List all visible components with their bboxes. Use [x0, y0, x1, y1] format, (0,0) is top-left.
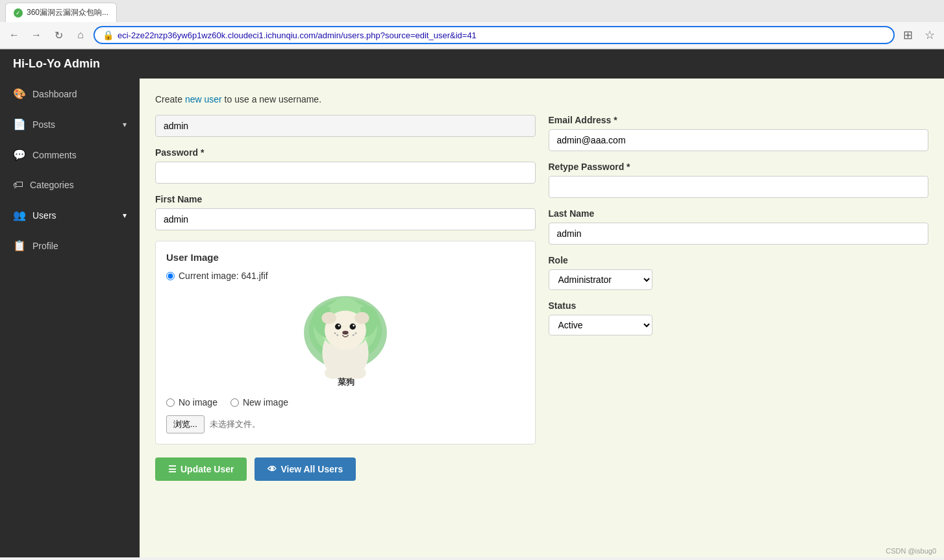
tab-bar: ✓ 360漏洞云漏洞众包响...	[0, 0, 944, 22]
current-image-text: Current image: 641.jfif	[179, 271, 268, 281]
svg-point-9	[321, 312, 336, 324]
edit-user-form: Password * First Name User Image Current	[155, 115, 928, 444]
svg-point-19	[353, 334, 354, 336]
email-field[interactable]	[549, 129, 929, 151]
svg-point-18	[354, 332, 356, 334]
right-column: Email Address * Retype Password * Last N…	[549, 115, 929, 444]
username-field[interactable]	[155, 115, 536, 137]
firstname-label: First Name	[155, 194, 536, 204]
new-image-radio[interactable]	[230, 398, 239, 407]
update-icon: ☰	[168, 464, 177, 474]
browser-tab[interactable]: ✓ 360漏洞云漏洞众包响...	[5, 3, 117, 22]
back-button[interactable]: ←	[5, 26, 23, 44]
comments-icon: 💬	[13, 149, 26, 161]
svg-point-10	[354, 312, 369, 324]
new-image-radio-label[interactable]: New image	[230, 397, 288, 408]
sidebar-item-users[interactable]: 👥 Users ▾	[0, 200, 140, 230]
svg-point-15	[342, 331, 348, 335]
users-arrow: ▾	[123, 211, 127, 220]
sidebar-item-profile[interactable]: 📋 Profile	[0, 230, 140, 261]
cabbage-dog-image: 菜狗	[297, 289, 394, 389]
retype-password-label: Retype Password *	[549, 162, 929, 172]
notice-text: Create new user to use a new username.	[155, 94, 928, 104]
new-image-text: New image	[243, 397, 288, 408]
role-select[interactable]: Administrator Editor Author Subscriber	[549, 269, 652, 290]
main-layout: 🎨 Dashboard 📄 Posts ▾ 💬 Comments 🏷 Categ…	[0, 79, 944, 557]
no-file-text: 未选择文件。	[210, 419, 260, 430]
retype-password-field[interactable]	[549, 176, 929, 198]
email-label: Email Address *	[549, 115, 929, 125]
no-image-radio[interactable]	[166, 398, 175, 407]
email-group: Email Address *	[549, 115, 929, 151]
reload-button[interactable]: ↻	[49, 26, 68, 44]
sidebar-item-dashboard[interactable]: 🎨 Dashboard	[0, 79, 140, 109]
categories-icon: 🏷	[13, 179, 23, 191]
svg-point-13	[338, 324, 340, 326]
posts-icon: 📄	[13, 118, 26, 130]
tab-label: 360漏洞云漏洞众包响...	[27, 7, 108, 18]
sidebar-item-label: Profile	[32, 241, 58, 251]
svg-point-11	[335, 324, 341, 330]
browse-button[interactable]: 浏览...	[166, 415, 205, 433]
sidebar-item-posts[interactable]: 📄 Posts ▾	[0, 109, 140, 140]
sidebar-item-label: Categories	[30, 180, 74, 190]
sidebar-item-comments[interactable]: 💬 Comments	[0, 140, 140, 170]
bookmark-button[interactable]: ☆	[921, 26, 939, 44]
new-user-link[interactable]: new user	[185, 94, 222, 104]
address-bar[interactable]	[118, 30, 886, 40]
status-select[interactable]: Active Inactive	[549, 315, 652, 335]
view-all-label: View All Users	[280, 464, 343, 474]
left-column: Password * First Name User Image Current	[155, 115, 536, 444]
password-label: Password *	[155, 147, 536, 158]
password-group: Password *	[155, 147, 536, 184]
eye-icon: 👁	[267, 464, 277, 474]
user-image-title: User Image	[166, 252, 525, 263]
current-image-radio-label[interactable]: Current image: 641.jfif	[166, 271, 525, 281]
sidebar-item-label: Dashboard	[32, 89, 77, 99]
image-preview: 菜狗	[166, 289, 525, 389]
status-label: Status	[549, 300, 929, 311]
tab-favicon: ✓	[14, 8, 23, 18]
sidebar-item-label: Posts	[32, 119, 55, 130]
sidebar: 🎨 Dashboard 📄 Posts ▾ 💬 Comments 🏷 Categ…	[0, 79, 140, 557]
content-area: Create new user to use a new username. P…	[140, 79, 944, 557]
home-button[interactable]: ⌂	[71, 26, 90, 44]
browser-toolbar: ← → ↻ ⌂ 🔒 ⊞ ☆	[0, 22, 944, 49]
browser-chrome: ✓ 360漏洞云漏洞众包响... ← → ↻ ⌂ 🔒 ⊞ ☆	[0, 0, 944, 49]
forward-button[interactable]: →	[27, 26, 45, 44]
lastname-label: Last Name	[549, 208, 929, 219]
button-row: ☰ Update User 👁 View All Users	[155, 457, 928, 481]
app-title: Hi-Lo-Yo Admin	[13, 57, 100, 70]
status-group: Status Active Inactive	[549, 300, 929, 335]
app-wrapper: Hi-Lo-Yo Admin 🎨 Dashboard 📄 Posts ▾ 💬 C…	[0, 49, 944, 557]
username-group	[155, 115, 536, 137]
watermark: CSDN @isbug0	[886, 547, 936, 555]
sidebar-item-categories[interactable]: 🏷 Categories	[0, 170, 140, 200]
update-user-label: Update User	[180, 464, 234, 474]
dashboard-icon: 🎨	[13, 88, 26, 100]
retype-password-group: Retype Password *	[549, 162, 929, 198]
svg-point-12	[349, 324, 355, 330]
update-user-button[interactable]: ☰ Update User	[155, 457, 247, 481]
view-all-users-button[interactable]: 👁 View All Users	[255, 457, 356, 481]
lastname-group: Last Name	[549, 208, 929, 245]
firstname-field[interactable]	[155, 208, 536, 230]
svg-point-16	[334, 332, 336, 334]
file-input-row: 浏览... 未选择文件。	[166, 415, 525, 433]
password-field[interactable]	[155, 162, 536, 184]
user-image-box: User Image Current image: 641.jfif	[155, 241, 536, 444]
lastname-field[interactable]	[549, 223, 929, 245]
qr-button[interactable]: ⊞	[899, 26, 917, 44]
no-image-text: No image	[179, 397, 217, 408]
posts-arrow: ▾	[123, 120, 127, 129]
no-image-radio-label[interactable]: No image	[166, 397, 217, 408]
profile-icon: 📋	[13, 239, 26, 252]
current-image-radio[interactable]	[166, 272, 175, 280]
svg-text:菜狗: 菜狗	[338, 377, 354, 387]
top-nav: Hi-Lo-Yo Admin	[0, 49, 944, 79]
role-group: Role Administrator Editor Author Subscri…	[549, 255, 929, 290]
shield-icon: 🔒	[103, 30, 114, 40]
sidebar-item-label: Comments	[32, 150, 77, 160]
svg-point-17	[336, 334, 338, 336]
radio-group: No image New image	[166, 397, 525, 408]
